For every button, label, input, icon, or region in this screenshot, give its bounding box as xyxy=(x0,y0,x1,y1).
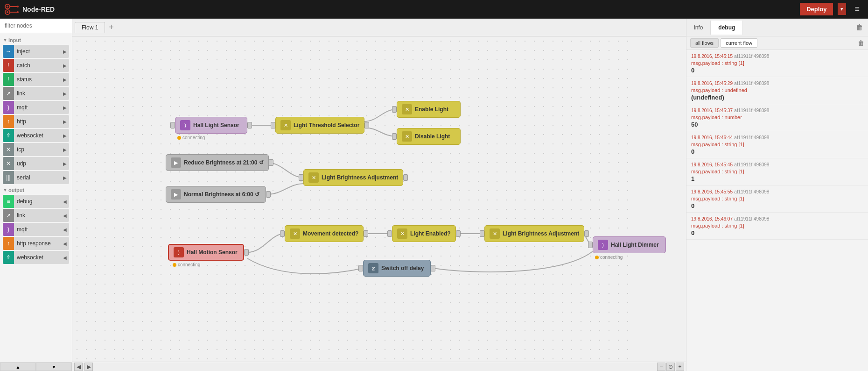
port-in-switch-off-delay[interactable] xyxy=(358,265,363,271)
collapse-output-icon[interactable]: ▾ xyxy=(4,187,7,193)
node-enable-light[interactable]: ✕ Enable Light xyxy=(394,101,461,118)
debug-entry-header: 19.8.2016, 15:46:07 af11911f:498098 xyxy=(691,215,863,222)
status-port: ▶ xyxy=(61,73,69,86)
palette-node-catch[interactable]: ! catch ▶ xyxy=(3,59,69,72)
palette-node-mqtt[interactable]: ) mqtt ▶ xyxy=(3,101,69,114)
debug-node-id: af11911f:498098 xyxy=(734,81,769,86)
palette-node-link[interactable]: ↗ link ▶ xyxy=(3,87,69,100)
palette-node-inject[interactable]: → inject ▶ xyxy=(3,45,69,58)
catch-label: catch xyxy=(14,59,61,72)
palette-node-tcp[interactable]: ✕ tcp ▶ xyxy=(3,143,69,156)
flow-canvas-wrapper[interactable]: ) Hall Light Sensor connecting ✕ Light T… xyxy=(72,36,686,362)
node-reduce-brightness[interactable]: ▶ Reduce Brightness at 21:00 ↺ xyxy=(166,154,268,171)
port-in-disable-light[interactable] xyxy=(392,133,397,140)
palette-node-debug[interactable]: ≡ debug ◀ xyxy=(3,195,69,208)
debug-clear-button[interactable]: 🗑 xyxy=(858,39,864,47)
palette-node-http[interactable]: ↑ http ▶ xyxy=(3,115,69,128)
node-disable-light[interactable]: ✕ Disable Light xyxy=(394,128,461,145)
debug-all-flows-button[interactable]: all flows xyxy=(690,38,719,48)
mqtt-icon: ) xyxy=(3,101,14,114)
palette-node-serial[interactable]: ||| serial ▶ xyxy=(3,171,69,184)
zoom-in-button[interactable]: + xyxy=(676,363,684,371)
http-response-label: http response xyxy=(14,237,61,250)
port-out-switch-off-delay[interactable] xyxy=(431,265,435,271)
node-hall-motion-sensor[interactable]: ) Hall Motion Sensor connecting xyxy=(168,244,246,261)
flow-canvas[interactable]: ) Hall Light Sensor connecting ✕ Light T… xyxy=(72,36,632,362)
tab-info[interactable]: info xyxy=(686,21,711,35)
collapse-input-icon[interactable]: ▾ xyxy=(4,37,7,43)
palette-node-websocket-out[interactable]: ⇑ websocket ◀ xyxy=(3,251,69,264)
port-out-movement-detected[interactable] xyxy=(364,230,368,237)
zoom-out-button[interactable]: − xyxy=(657,363,665,371)
app-title: Node-RED xyxy=(22,6,55,13)
zoom-reset-button[interactable]: ⊙ xyxy=(666,363,675,371)
port-out-light-enabled[interactable] xyxy=(456,230,461,237)
port-out-light-brightness-adj[interactable] xyxy=(403,174,408,181)
port-in-light-brightness-adj2[interactable] xyxy=(480,230,484,237)
tab-flow1[interactable]: Flow 1 xyxy=(75,22,105,33)
canvas-bottom-bar: ◀ ▶ − ⊙ + xyxy=(72,362,686,371)
debug-message-6: 19.8.2016, 15:46:07 af11911f:498098 msg.… xyxy=(686,213,868,240)
debug-entry-header: 19.8.2016, 15:46:44 af11911f:498098 xyxy=(691,134,863,141)
link-icon: ↗ xyxy=(3,87,14,100)
filter-nodes-input[interactable] xyxy=(0,19,72,33)
port-out-normal-brightness[interactable] xyxy=(266,191,271,198)
node-light-brightness-adj2[interactable]: ✕ Light Brightness Adjustment xyxy=(482,225,582,242)
serial-port: ▶ xyxy=(61,171,69,184)
port-in-light-brightness-adj[interactable] xyxy=(299,174,303,181)
node-palette: ▾ input → inject ▶ ! catch ▶ ! status ▶ … xyxy=(0,19,72,371)
hall-light-sensor-status-dot xyxy=(177,136,181,140)
enable-light-label: Enable Light xyxy=(415,106,448,113)
port-in-light-threshold[interactable] xyxy=(271,122,275,128)
port-in-hall-light-dimmer[interactable] xyxy=(588,242,593,248)
hall-light-dimmer-icon: ) xyxy=(598,240,608,250)
node-normal-brightness[interactable]: ▶ Normal Brightness at 6:00 ↺ xyxy=(166,186,268,203)
deploy-dropdown-button[interactable]: ▾ xyxy=(838,3,846,15)
debug-entry-header: 19.8.2016, 15:45:45 af11911f:498098 xyxy=(691,161,863,168)
node-hall-light-sensor[interactable]: ) Hall Light Sensor connecting xyxy=(173,117,250,134)
debug-time: 19.8.2016, 15:45:29 xyxy=(691,81,733,86)
node-movement-detected[interactable]: ✕ Movement detected? xyxy=(282,225,364,242)
node-switch-off-delay[interactable]: ⧖ Switch off delay xyxy=(361,260,433,277)
node-light-brightness-adj[interactable]: ✕ Light Brightness Adjustment xyxy=(301,169,401,186)
palette-node-status[interactable]: ! status ▶ xyxy=(3,73,69,86)
debug-icon: ≡ xyxy=(3,195,14,208)
port-out-hall-motion-sensor[interactable] xyxy=(244,249,249,256)
node-light-enabled[interactable]: ✕ Light Enabled? xyxy=(390,225,456,242)
port-out-hall-light-sensor[interactable] xyxy=(247,122,252,128)
menu-button[interactable]: ≡ xyxy=(851,4,863,14)
sidebar-scroll-down[interactable]: ▼ xyxy=(36,363,72,371)
status-icon: ! xyxy=(3,73,14,86)
port-in-movement-detected[interactable] xyxy=(280,230,285,237)
palette-node-link-out[interactable]: ↗ link ◀ xyxy=(3,209,69,222)
node-hall-light-dimmer[interactable]: ) Hall Light Dimmer connecting xyxy=(590,236,666,253)
debug-time: 19.8.2016, 15:45:37 xyxy=(691,108,733,113)
tab-debug[interactable]: debug xyxy=(711,21,743,35)
palette-node-websocket[interactable]: ⇑ websocket ▶ xyxy=(3,129,69,142)
port-in-enable-light[interactable] xyxy=(392,106,397,113)
palette-node-udp[interactable]: ✕ udp ▶ xyxy=(3,157,69,170)
sidebar-scroll-up[interactable]: ▲ xyxy=(0,363,36,371)
hall-motion-sensor-body: ) Hall Motion Sensor xyxy=(168,244,244,261)
group-label-output: ▾ output xyxy=(0,185,72,194)
port-in-hall-light-sensor[interactable] xyxy=(170,122,175,128)
port-out-light-brightness-adj2[interactable] xyxy=(584,230,589,237)
port-out-light-threshold[interactable] xyxy=(364,122,369,128)
debug-node-id: af11911f:498098 xyxy=(734,54,769,59)
scroll-left-button[interactable]: ◀ xyxy=(74,363,83,371)
connections-svg xyxy=(72,36,632,362)
deploy-button[interactable]: Deploy xyxy=(800,3,833,15)
scroll-right-button[interactable]: ▶ xyxy=(84,363,93,371)
port-out-reduce-brightness[interactable] xyxy=(269,159,273,166)
port-in-light-enabled[interactable] xyxy=(387,230,392,237)
node-light-threshold-selector[interactable]: ✕ Light Threshold Selector xyxy=(273,117,364,134)
svg-point-5 xyxy=(7,11,8,13)
palette-node-http-response[interactable]: ↑ http response ◀ xyxy=(3,237,69,250)
right-panel-close-button[interactable]: 🗑 xyxy=(851,23,868,32)
debug-current-flow-button[interactable]: current flow xyxy=(721,38,757,48)
debug-type: msg.payload : string [1] xyxy=(691,142,863,147)
palette-node-mqtt-out[interactable]: ) mqtt ◀ xyxy=(3,223,69,236)
debug-node-id: af11911f:498098 xyxy=(734,189,769,194)
switch-off-delay-icon: ⧖ xyxy=(368,263,378,273)
add-flow-tab-button[interactable]: + xyxy=(106,22,117,32)
